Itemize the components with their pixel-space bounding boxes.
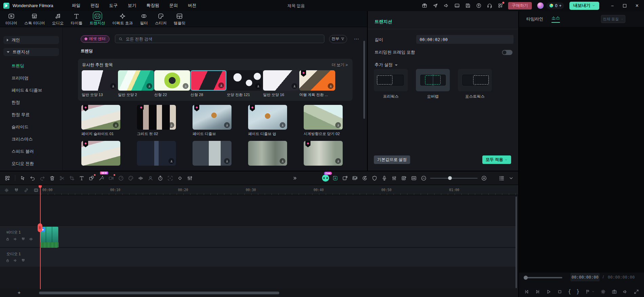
motion-track-icon[interactable]: [167, 175, 174, 182]
support-icon[interactable]: [487, 3, 492, 8]
visibility-eye-icon[interactable]: [29, 237, 33, 241]
sidebar-item-christmas[interactable]: 크리스마스: [3, 133, 59, 145]
sidebar-group-transitions[interactable]: 트랜지션: [3, 48, 59, 56]
safe-zone-icon[interactable]: [371, 175, 378, 182]
zoom-in-icon[interactable]: [481, 175, 487, 182]
search-input[interactable]: [126, 37, 321, 41]
stop-icon[interactable]: [557, 289, 563, 295]
transition-item[interactable]: [193, 141, 232, 166]
add-track-button[interactable]: +: [18, 290, 21, 295]
download-icon[interactable]: [146, 83, 152, 89]
time-ruler[interactable]: 00:00 00:10 00:20 00:30 00:40 00:50 01:0…: [38, 185, 518, 195]
trimmed-frames-toggle[interactable]: [502, 50, 512, 55]
select-tool-icon[interactable]: [19, 175, 26, 182]
transition-item[interactable]: 시계방향으로 닫기 02: [304, 105, 343, 136]
mode-postfix[interactable]: 포스트픽스: [458, 69, 492, 91]
coin-balance[interactable]: 0 +: [546, 2, 564, 9]
tab-filters[interactable]: 필터: [137, 12, 150, 26]
download-icon[interactable]: [168, 158, 174, 164]
playhead-handle[interactable]: [38, 223, 42, 232]
download-icon[interactable]: [224, 158, 230, 164]
zoom-slider[interactable]: [430, 178, 478, 179]
minimize-button[interactable]: [611, 3, 613, 8]
redo-icon[interactable]: [39, 175, 46, 182]
download-icon[interactable]: [280, 158, 285, 164]
mark-out-icon[interactable]: }: [576, 289, 579, 295]
keyframe-icon[interactable]: [177, 175, 183, 182]
download-icon[interactable]: [328, 83, 334, 89]
download-icon[interactable]: [168, 122, 174, 128]
megaphone-icon[interactable]: [443, 3, 449, 8]
color-match-icon[interactable]: [127, 175, 134, 182]
link-clips-icon[interactable]: [24, 188, 29, 193]
apply-all-button[interactable]: 모두 적용: [482, 155, 511, 164]
sidebar-item-limited[interactable]: 한정: [3, 96, 59, 109]
transition-item[interactable]: 여행 계획 전환 ...: [299, 70, 335, 97]
preview-tab-timeline[interactable]: 타임라인: [526, 16, 543, 22]
zoom-slider-handle[interactable]: [448, 176, 452, 180]
menu-view[interactable]: 보기: [128, 3, 136, 8]
sidebar-group-personal[interactable]: 개인: [3, 36, 59, 44]
transition-item[interactable]: 그리드 컷 02: [137, 105, 176, 136]
speed-icon[interactable]: [118, 175, 124, 182]
menu-file[interactable]: 파일: [72, 3, 80, 8]
transition-item[interactable]: [81, 141, 120, 166]
fullscreen-icon[interactable]: [633, 289, 639, 295]
transition-item[interactable]: [304, 141, 343, 166]
previous-frame-icon[interactable]: [524, 289, 529, 295]
download-icon[interactable]: [218, 82, 224, 88]
transition-item[interactable]: 페이지 슬라이드 01: [81, 105, 120, 136]
snap-magnet-icon[interactable]: [21, 237, 25, 241]
snap-magnet-icon[interactable]: [21, 258, 25, 263]
snap-magnet-icon[interactable]: [14, 188, 19, 193]
menu-contact[interactable]: 문의: [169, 3, 178, 8]
download-icon[interactable]: [335, 158, 341, 164]
media-export-icon[interactable]: [351, 175, 358, 182]
preview-scrubber[interactable]: [524, 277, 562, 278]
save-icon[interactable]: [465, 3, 471, 8]
timeline-settings-icon[interactable]: [4, 188, 9, 193]
download-icon[interactable]: [113, 122, 119, 128]
screen-record-icon[interactable]: [108, 175, 115, 182]
smart-reframe-icon[interactable]: [332, 175, 339, 182]
download-icon[interactable]: [224, 122, 230, 128]
audio-stretch-icon[interactable]: [137, 175, 144, 182]
audio-track-lane[interactable]: 오디오 1: [0, 248, 516, 267]
snapshot-icon[interactable]: [401, 175, 407, 182]
sidebar-item-slide[interactable]: 슬라이드: [3, 121, 59, 133]
next-frame-icon[interactable]: [535, 289, 541, 295]
menu-version[interactable]: 버전: [188, 3, 196, 8]
timer-icon[interactable]: [157, 175, 164, 182]
transition-item[interactable]: 일반 모양 2: [118, 70, 154, 97]
current-timecode[interactable]: 00:00:00:00: [570, 273, 600, 281]
mask-icon[interactable]: [88, 175, 95, 182]
export-clip-icon[interactable]: [342, 175, 348, 182]
mark-in-icon[interactable]: {: [568, 289, 571, 295]
timeline-horizontal-scrollbar[interactable]: [39, 292, 279, 294]
gift-icon[interactable]: [422, 3, 427, 8]
download-icon[interactable]: [183, 83, 188, 89]
filter-all-button[interactable]: 전부: [329, 35, 347, 43]
export-button[interactable]: 내보내기: [569, 2, 599, 10]
workspace-icon[interactable]: [454, 3, 460, 8]
track-height-icon[interactable]: [498, 175, 505, 182]
close-button[interactable]: [636, 3, 639, 9]
avatar[interactable]: [537, 2, 544, 9]
transition-item[interactable]: 페이드 디졸브 업: [248, 105, 287, 136]
text-tool-icon[interactable]: [78, 175, 85, 182]
playback-settings-icon[interactable]: [600, 289, 606, 295]
download-icon[interactable]: [110, 83, 116, 89]
video-track-lane[interactable]: 비디오 1: [0, 226, 516, 247]
search-bar[interactable]: [115, 35, 324, 43]
sidebar-item-audio-transition[interactable]: 오디오 전환: [3, 157, 59, 170]
split-icon[interactable]: [59, 175, 65, 182]
download-icon[interactable]: [335, 122, 341, 128]
mute-icon[interactable]: [13, 258, 18, 263]
ai-copilot-icon[interactable]: Free: [322, 175, 329, 182]
transition-item[interactable]: [248, 141, 287, 166]
crop-icon[interactable]: [68, 175, 75, 182]
zoom-out-icon[interactable]: [420, 175, 427, 182]
menu-extensions[interactable]: 확장됨: [146, 3, 159, 8]
scrubber-handle[interactable]: [524, 276, 528, 280]
tab-effects[interactable]: 이펙트 효과: [109, 12, 136, 26]
